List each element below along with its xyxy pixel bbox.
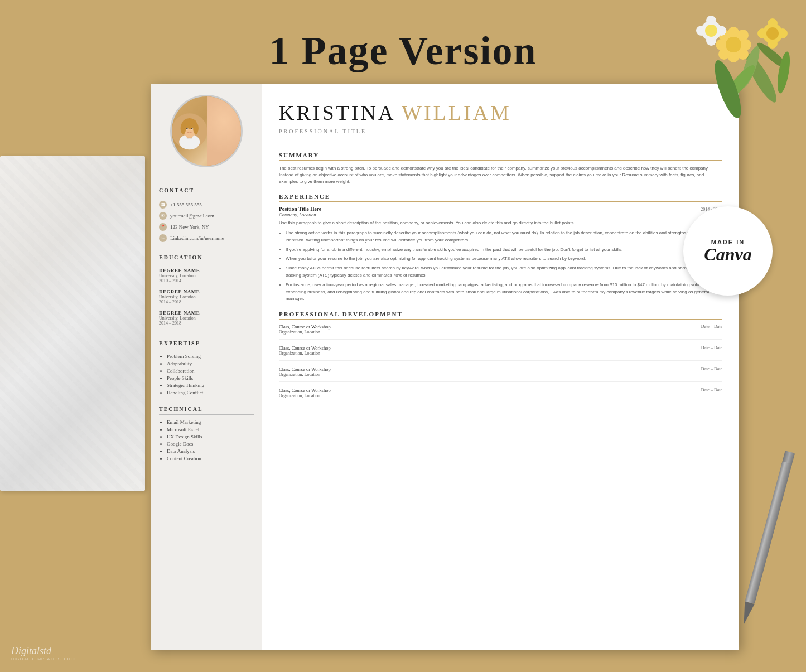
svg-point-37 xyxy=(186,128,187,129)
prof-dev-item-2: Class, Course or Workshop Organization, … xyxy=(279,345,722,361)
prof-dev-left-2: Class, Course or Workshop Organization, … xyxy=(279,345,331,356)
contact-address: 📍 123 New York, NY xyxy=(159,223,254,231)
contact-section-title: CONTACT xyxy=(159,187,254,196)
skill-item: Strategic Thinking xyxy=(167,383,254,388)
marble-paper-decoration xyxy=(0,156,145,491)
resume-main-content: KRISTINA WILLIAM PROFESSIONAL TITLE SUMM… xyxy=(262,84,739,650)
experience-section: EXPERIENCE Position Title Here 2014 - 20… xyxy=(279,193,722,303)
brand-logo: Digitalstd DIGITAL TEMPLATE STUDIO xyxy=(11,645,76,661)
tech-skill-item: Email Marketing xyxy=(167,419,254,425)
summary-text: The best resumes begin with a strong pit… xyxy=(279,165,722,185)
contact-email: ✉ yourmail@gmail.com xyxy=(159,212,254,220)
tech-skill-item: Data Analysis xyxy=(167,448,254,454)
tech-skill-item: Google Docs xyxy=(167,441,254,447)
exp-position-title: Position Title Here xyxy=(279,206,321,212)
skill-item: Problem Solving xyxy=(167,354,254,359)
technical-section-title: TECHNICAL xyxy=(159,406,254,415)
prof-dev-left-4: Class, Course or Workshop Organization, … xyxy=(279,388,331,398)
expertise-list: Problem Solving Adaptability Collaborati… xyxy=(159,354,254,397)
exp-bullets-list: Use strong action verbs in this paragrap… xyxy=(279,230,722,303)
svg-point-38 xyxy=(191,128,192,129)
prof-dev-item-4: Class, Course or Workshop Organization, … xyxy=(279,388,722,403)
last-name: WILLIAM xyxy=(402,101,511,124)
exp-company: Company, Location xyxy=(279,212,722,217)
tech-skill-item: Microsoft Excel xyxy=(167,427,254,432)
location-icon: 📍 xyxy=(159,223,167,231)
degree-2: DEGREE NAME University, Location 2014 – … xyxy=(159,289,254,304)
prof-dev-item-1: Class, Course or Workshop Organization, … xyxy=(279,324,722,340)
education-section-title: EDUCATION xyxy=(159,254,254,263)
svg-point-34 xyxy=(193,122,199,134)
skill-item: People Skills xyxy=(167,375,254,381)
resume-sidebar: CONTACT ☎ +1 555 555 555 ✉ yourmail@gmai… xyxy=(151,84,262,650)
exp-description: Use this paragraph to give a short descr… xyxy=(279,220,722,226)
exp-bullet: If you're applying for a job in a differ… xyxy=(286,246,722,254)
summary-title: SUMMARY xyxy=(279,152,722,161)
linkedin-icon: in xyxy=(159,234,167,242)
degree-1: DEGREE NAME University, Location 2010 – … xyxy=(159,268,254,283)
profile-photo xyxy=(170,95,243,167)
experience-item-1: Position Title Here 2014 - 2017 Company,… xyxy=(279,206,722,303)
first-name: KRISTINA xyxy=(279,101,394,124)
exp-bullet: Use strong action verbs in this paragrap… xyxy=(286,230,722,244)
experience-title: EXPERIENCE xyxy=(279,193,722,202)
tech-skill-item: Content Creation xyxy=(167,456,254,461)
professional-title: PROFESSIONAL TITLE xyxy=(279,128,722,134)
resume-header: KRISTINA WILLIAM PROFESSIONAL TITLE xyxy=(279,84,722,143)
prof-dev-left-1: Class, Course or Workshop Organization, … xyxy=(279,324,331,335)
contact-phone: ☎ +1 555 555 555 xyxy=(159,201,254,209)
prof-dev-section: PROFESSIONAL DEVELOPMENT Class, Course o… xyxy=(279,311,722,403)
canva-badge: MADE IN Canva xyxy=(683,206,773,296)
page-title: 1 Page Version xyxy=(0,28,806,74)
skill-item: Adaptability xyxy=(167,361,254,366)
prof-dev-left-3: Class, Course or Workshop Organization, … xyxy=(279,366,331,377)
tech-skill-item: UX Design Skills xyxy=(167,434,254,439)
skill-item: Collaboration xyxy=(167,368,254,374)
resume-name: KRISTINA WILLIAM xyxy=(279,100,722,125)
prof-dev-title: PROFESSIONAL DEVELOPMENT xyxy=(279,311,722,320)
prof-dev-item-3: Class, Course or Workshop Organization, … xyxy=(279,366,722,382)
degree-3: DEGREE NAME University, Location 2014 – … xyxy=(159,310,254,326)
skill-item: Handling Conflict xyxy=(167,390,254,395)
phone-icon: ☎ xyxy=(159,201,167,209)
email-icon: ✉ xyxy=(159,212,167,220)
technical-list: Email Marketing Microsoft Excel UX Desig… xyxy=(159,419,254,463)
exp-bullet: When you tailor your resume to the job, … xyxy=(286,255,722,263)
summary-section: SUMMARY The best resumes begin with a st… xyxy=(279,152,722,185)
canva-logo-text: Canva xyxy=(704,245,751,263)
svg-point-33 xyxy=(181,122,186,134)
exp-header: Position Title Here 2014 - 2017 xyxy=(279,206,722,212)
exp-bullet: For instance, over a four-year period as… xyxy=(286,282,722,303)
resume-paper: CONTACT ☎ +1 555 555 555 ✉ yourmail@gmai… xyxy=(151,84,739,650)
expertise-section-title: EXPERTISE xyxy=(159,340,254,349)
contact-linkedin: in Linkedin.com/in/username xyxy=(159,234,254,242)
exp-bullet: Since many ATSs permit this because recr… xyxy=(286,265,722,279)
